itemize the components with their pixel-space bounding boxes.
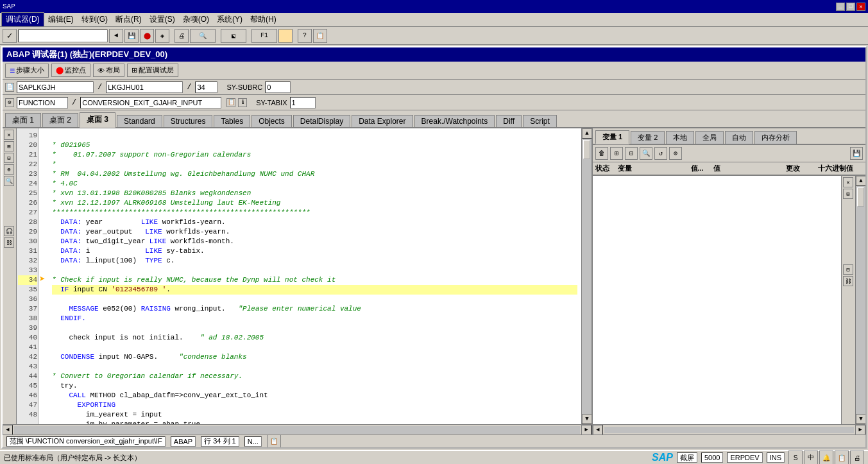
var-scroll-right[interactable]: ►: [855, 425, 865, 435]
tab-tables[interactable]: Tables: [214, 115, 250, 127]
bottom-icon-4[interactable]: 📋: [835, 451, 849, 464]
step-into-button[interactable]: ⬤: [140, 29, 154, 43]
menu-system[interactable]: 系统(Y): [213, 13, 246, 26]
window-title: ABAP 调试器(1) (独占)(ERPDEV_DEV_00): [3, 47, 865, 62]
code-text[interactable]: * d021965 * 01.07.2007 support non-Grego…: [39, 128, 581, 424]
var-tab-2[interactable]: 变量 2: [631, 131, 665, 144]
code-scrollbar-h[interactable]: ◄ ►: [3, 424, 591, 434]
tab-desktop1[interactable]: 桌面 1: [5, 113, 41, 127]
tab-desktop3[interactable]: 桌面 3: [80, 112, 115, 128]
function-type-input[interactable]: [17, 97, 68, 108]
breakpoint-btn[interactable]: ⛓: [4, 237, 14, 248]
var-scroll-up[interactable]: ▲: [856, 176, 865, 186]
sy-subrc-value[interactable]: [265, 82, 291, 93]
var-scroll-thumb[interactable]: [857, 187, 864, 207]
tab-breakpoints[interactable]: Break./Watchpoints: [414, 115, 495, 127]
headphone-btn[interactable]: 🎧: [4, 226, 14, 236]
var-scrollbar-h[interactable]: ◄ ►: [593, 424, 865, 434]
separator-2: /: [185, 83, 192, 92]
var-tab-auto[interactable]: 自动: [725, 131, 753, 144]
tab-standard[interactable]: Standard: [117, 115, 162, 127]
scroll-thumb[interactable]: [583, 140, 590, 159]
tab-data-explorer[interactable]: Data Explorer: [352, 115, 413, 127]
var-tab-local[interactable]: 本地: [666, 131, 694, 144]
minimize-button[interactable]: _: [836, 3, 845, 11]
copy-button[interactable]: ⬕: [221, 29, 246, 43]
header-status: 状态: [595, 164, 618, 173]
back-button[interactable]: ✓: [3, 29, 17, 43]
sap-logo: SAP: [652, 452, 673, 463]
bottom-icon-1[interactable]: S: [788, 451, 803, 464]
close-code-btn[interactable]: ✕: [4, 130, 14, 140]
save-button[interactable]: 💾: [124, 29, 139, 43]
program-name-input[interactable]: [17, 82, 94, 93]
tab-structures[interactable]: Structures: [164, 115, 213, 127]
bottom-icon-3[interactable]: 🔔: [819, 451, 833, 464]
scroll-up-btn[interactable]: ▲: [582, 128, 591, 139]
menu-goto[interactable]: 转到(G): [78, 13, 112, 26]
close-button[interactable]: ✕: [856, 3, 865, 11]
menu-settings[interactable]: 设置(S): [146, 13, 179, 26]
var-save-btn[interactable]: 💾: [850, 147, 863, 160]
include-name-input[interactable]: [106, 82, 183, 93]
help-button[interactable]: ?: [298, 29, 312, 43]
var-chain-btn[interactable]: ⛓: [843, 276, 853, 286]
stop-button[interactable]: ⬤ 监控点: [51, 64, 90, 77]
nav-back-button[interactable]: ◄: [109, 29, 123, 43]
var-expand2-btn[interactable]: ⊞: [843, 189, 853, 199]
step-size-button[interactable]: ≡ 步骤大小: [5, 64, 49, 78]
step-over-button[interactable]: ◈: [155, 29, 169, 43]
var-scroll-left[interactable]: ◄: [593, 425, 603, 435]
var-tab-global[interactable]: 全局: [695, 131, 724, 144]
scroll-right-btn[interactable]: ►: [581, 425, 591, 435]
f1-button[interactable]: F1: [251, 29, 277, 43]
var-copy-btn[interactable]: ⊕: [669, 147, 682, 160]
tab-objects[interactable]: Objects: [251, 115, 292, 127]
print-button[interactable]: 🖨: [174, 29, 189, 43]
var-delete-btn[interactable]: 🗑: [595, 147, 608, 160]
f2-button[interactable]: [278, 29, 293, 43]
toolbar-1: ✓ ◄ 💾 ⬤ ◈ 🖨 🔍 ⬕ F1 ? 📋: [0, 27, 868, 45]
maximize-button[interactable]: □: [846, 3, 855, 11]
var-scrollbar-v[interactable]: ▲ ▼: [855, 176, 865, 424]
var-expand-btn[interactable]: ⊟: [625, 147, 638, 160]
var-table-btn[interactable]: ⊞: [610, 147, 623, 160]
var-close-btn[interactable]: ✕: [843, 177, 853, 187]
scroll-down-btn[interactable]: ▼: [582, 414, 591, 424]
var-refresh-btn[interactable]: ↺: [654, 147, 667, 160]
bottom-icon-2[interactable]: 中: [804, 451, 818, 464]
clipboard-icon[interactable]: 📋: [226, 98, 235, 107]
layout-button[interactable]: ⊞ 配置调试层: [127, 64, 178, 77]
var-shrink2-btn[interactable]: ⊟: [843, 264, 853, 275]
tab-desktop2[interactable]: 桌面 2: [42, 113, 78, 127]
status-end-btn[interactable]: 📋: [267, 434, 281, 449]
copy-code-btn[interactable]: ⊕: [4, 164, 14, 175]
var-search-btn[interactable]: 🔍: [640, 147, 652, 160]
expand-btn[interactable]: ⊞: [4, 141, 14, 151]
tab-detail-display[interactable]: DetalDisplay: [293, 115, 350, 127]
extra-button[interactable]: 📋: [313, 29, 327, 43]
watchpoint-button[interactable]: 👁 布局: [93, 64, 124, 77]
var-tab-1[interactable]: 变量 1: [595, 130, 629, 144]
scroll-left-btn[interactable]: ◄: [3, 425, 13, 435]
var-scroll-down[interactable]: ▼: [856, 414, 865, 424]
info-icon[interactable]: ℹ: [238, 98, 247, 107]
menu-misc[interactable]: 杂项(O): [179, 13, 213, 26]
var-tab-memory[interactable]: 内存分析: [754, 131, 797, 144]
command-input[interactable]: [18, 30, 108, 42]
sy-tabix-value[interactable]: [290, 97, 316, 108]
current-line-arrow: ➤: [39, 273, 46, 286]
line-num-input[interactable]: [195, 82, 217, 93]
menu-edit[interactable]: 编辑(E): [44, 13, 78, 26]
shrink-btn[interactable]: ⊟: [4, 153, 14, 163]
bottom-icon-5[interactable]: 🖨: [850, 451, 864, 464]
menu-breakpoints[interactable]: 断点(R): [112, 13, 146, 26]
tab-script[interactable]: Script: [523, 115, 557, 127]
code-scrollbar-v[interactable]: ▲ ▼: [581, 128, 591, 424]
menu-help[interactable]: 帮助(H): [246, 13, 280, 26]
search-code-btn[interactable]: 🔍: [4, 176, 14, 186]
tab-diff[interactable]: Diff: [496, 115, 522, 127]
search-button[interactable]: 🔍: [190, 29, 216, 43]
function-name-input[interactable]: [80, 97, 221, 108]
menu-debugger[interactable]: 调试器(D): [1, 12, 44, 27]
